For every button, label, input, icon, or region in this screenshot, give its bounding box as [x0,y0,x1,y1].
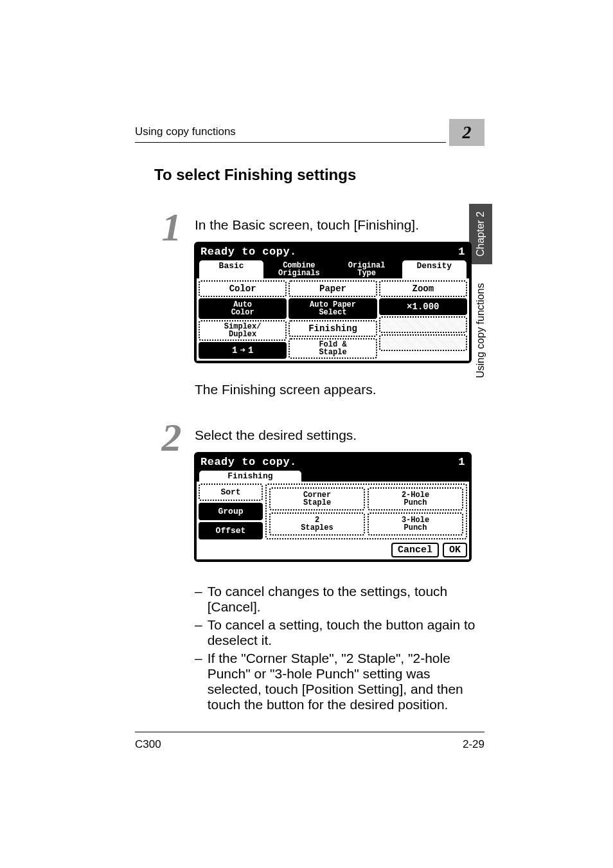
simplex-left: 1 [232,346,237,356]
fold-staple-button[interactable]: Fold & Staple [289,338,377,359]
zoom-value[interactable]: ×1.000 [379,298,467,315]
simplex-value[interactable]: 1 ➜ 1 [199,342,287,359]
step-number-2: 2 [152,417,191,457]
step1-instruction: In the Basic screen, touch [Finishing]. [195,217,419,233]
tab-combine-line2: Originals [267,269,331,277]
p3-line2: Punch [402,524,429,532]
two-staples-button[interactable]: 2 Staples [269,512,365,536]
zoom-label: Zoom [379,280,467,297]
tab-finishing[interactable]: Finishing [199,470,302,482]
simplex-duplex-label: Simplex/ Duplex [199,320,287,341]
finishing-button[interactable]: Finishing [289,320,377,337]
sort-button[interactable]: Sort [199,484,263,501]
lcd2-status: Ready to copy. [200,456,297,468]
footer-rule [135,732,484,732]
fold-line2: Staple [319,348,346,356]
step1-result: The Finishing screen appears. [195,382,377,397]
three-hole-punch-button[interactable]: 3-Hole Punch [368,512,463,536]
color-label: Color [199,280,287,297]
tab-basic[interactable]: Basic [199,260,264,278]
empty-cell-1 [379,316,467,333]
simplex-right: 1 [248,346,253,356]
side-chapter-tab: Chapter 2 [469,204,492,264]
p2-line2: Punch [402,499,429,507]
lcd1-count: 1 [458,246,465,258]
corner-staple-button[interactable]: Corner Staple [269,487,365,511]
color-value-line2: Color [231,309,254,316]
paper-value-line2: Select [310,309,356,316]
chapter-badge: 2 [449,119,484,146]
step-number-1: 1 [152,207,191,247]
tab-combine-originals[interactable]: Combine Originals [266,260,332,278]
bullet-3: If the "Corner Staple", "2 Staple", "2-h… [208,651,484,712]
offset-button[interactable]: Offset [199,522,263,539]
dash-icon: – [195,617,202,648]
tab-orig-line2: Type [335,269,399,277]
running-header: Using copy functions [135,125,236,138]
paper-label: Paper [289,280,377,297]
section-heading: To select Finishing settings [154,166,356,184]
cancel-button[interactable]: Cancel [391,543,439,557]
ok-button[interactable]: OK [443,543,467,557]
corner-line2: Staple [303,499,331,507]
step2-instruction: Select the desired settings. [195,428,357,443]
basic-screen: Ready to copy. 1 Basic Combine Originals… [194,242,472,363]
lcd2-count: 1 [458,456,465,468]
staples-line2: Staples [301,524,333,532]
tab-original-type[interactable]: Original Type [334,260,400,278]
color-value[interactable]: Auto Color [199,298,287,319]
footer-page: 2-29 [463,738,484,751]
bullet-1: To cancel changes to the settings, touch… [208,584,484,615]
paper-value[interactable]: Auto Paper Select [289,298,377,319]
simplex-line2: Duplex [224,330,262,338]
side-section-label: Using copy functions [469,266,492,395]
lcd1-status: Ready to copy. [200,246,297,258]
dash-icon: – [195,651,202,712]
group-button[interactable]: Group [199,503,263,520]
step2-notes: –To cancel changes to the settings, touc… [195,584,484,715]
header-rule [135,142,446,143]
tab-density[interactable]: Density [402,260,467,278]
bullet-2: To cancel a setting, touch the button ag… [208,617,484,648]
footer-model: C300 [135,738,161,751]
dash-icon: – [195,584,202,615]
arrow-right-icon: ➜ [240,346,245,356]
two-hole-punch-button[interactable]: 2-Hole Punch [368,487,463,511]
finishing-screen: Ready to copy. 1 Finishing Sort Group Of… [194,452,472,562]
empty-cell-2 [379,334,467,351]
